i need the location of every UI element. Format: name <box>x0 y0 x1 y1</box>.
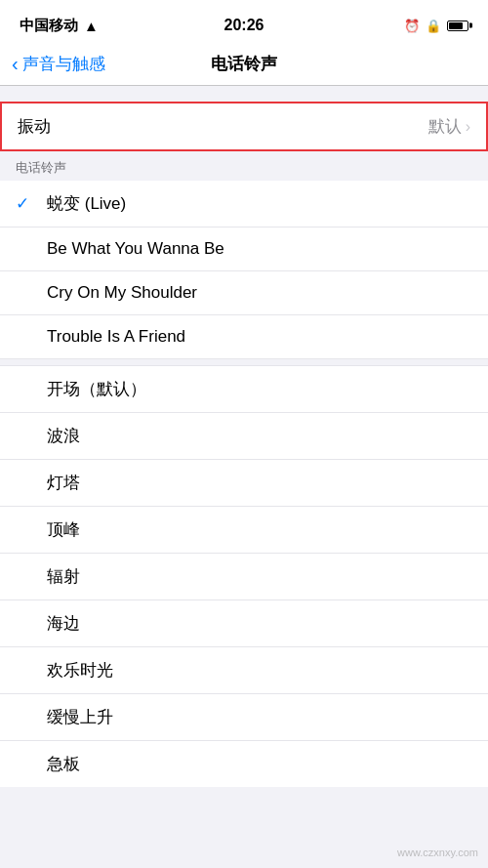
battery-fill <box>449 22 463 29</box>
ringtone-item[interactable]: Trouble Is A Friend <box>0 315 488 358</box>
back-button[interactable]: ‹ 声音与触感 <box>12 53 105 75</box>
ringtone-item[interactable]: 急板 <box>0 741 488 787</box>
wifi-icon: ▲ <box>84 18 99 34</box>
status-right: ⏰ 🔒 <box>404 19 468 33</box>
vibration-row[interactable]: 振动 默认 › <box>2 103 486 149</box>
vibration-value: 默认 <box>428 115 462 138</box>
vibration-section: 振动 默认 › <box>0 102 488 151</box>
status-bar: 中国移动 ▲ 20:26 ⏰ 🔒 <box>0 0 488 43</box>
custom-ringtone-list: ✓ 蜕变 (Live) Be What You Wanna Be Cry On … <box>0 181 488 358</box>
lock-icon: 🔒 <box>426 19 441 33</box>
ringtone-name: 急板 <box>47 753 80 775</box>
ringtone-item[interactable]: 缓慢上升 <box>0 694 488 741</box>
chevron-right-icon: › <box>466 118 470 136</box>
status-time: 20:26 <box>224 17 264 34</box>
ringtone-name: Trouble Is A Friend <box>47 327 185 347</box>
ringtone-name: 蜕变 (Live) <box>47 192 126 215</box>
vibration-right: 默认 › <box>428 115 470 138</box>
ringtone-name: 顶峰 <box>47 518 80 541</box>
nav-bar: ‹ 声音与触感 电话铃声 <box>0 43 488 86</box>
ringtone-item[interactable]: 海边 <box>0 600 488 647</box>
section-label: 电话铃声 <box>0 151 488 181</box>
checkmark-icon: ✓ <box>16 193 35 214</box>
ringtone-name: 辐射 <box>47 565 80 588</box>
ringtone-item[interactable]: 开场（默认） <box>0 366 488 413</box>
ringtone-name: 波浪 <box>47 425 80 447</box>
carrier-label: 中国移动 <box>20 17 78 35</box>
vibration-label: 振动 <box>18 115 51 138</box>
ringtone-item[interactable]: 顶峰 <box>0 507 488 554</box>
battery-icon <box>447 21 468 31</box>
page-title: 电话铃声 <box>211 53 277 75</box>
back-chevron-icon: ‹ <box>12 54 19 73</box>
ringtone-item[interactable]: Be What You Wanna Be <box>0 227 488 271</box>
system-ringtone-list: 开场（默认） 波浪 灯塔 顶峰 辐射 海边 欢乐时光 缓慢上升 急板 <box>0 366 488 787</box>
ringtone-item[interactable]: 灯塔 <box>0 460 488 507</box>
ringtone-name: 开场（默认） <box>47 378 146 400</box>
watermark: www.czxnxy.com <box>397 847 478 858</box>
ringtone-item[interactable]: 波浪 <box>0 413 488 460</box>
ringtone-name: 灯塔 <box>47 472 80 494</box>
ringtone-name: 缓慢上升 <box>47 706 113 728</box>
ringtone-name: 海边 <box>47 612 80 635</box>
section-divider <box>0 358 488 366</box>
ringtone-item[interactable]: 辐射 <box>0 554 488 600</box>
ringtone-name: Be What You Wanna Be <box>47 239 224 259</box>
back-label: 声音与触感 <box>22 53 105 75</box>
ringtone-item[interactable]: Cry On My Shoulder <box>0 271 488 315</box>
ringtone-item[interactable]: ✓ 蜕变 (Live) <box>0 181 488 227</box>
ringtone-name: Cry On My Shoulder <box>47 283 197 303</box>
ringtone-item[interactable]: 欢乐时光 <box>0 647 488 694</box>
alarm-icon: ⏰ <box>404 19 420 33</box>
ringtone-name: 欢乐时光 <box>47 659 113 682</box>
status-left: 中国移动 ▲ <box>20 17 99 35</box>
